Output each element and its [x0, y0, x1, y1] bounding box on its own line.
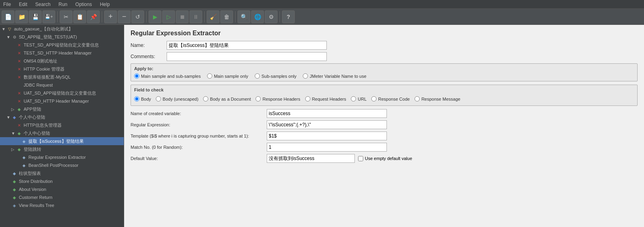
apply-jmeter-var-text: JMeter Variable Name to use: [310, 74, 366, 79]
use-empty-checkbox[interactable]: [358, 156, 363, 161]
apply-sub-only-radio[interactable]: [255, 73, 260, 79]
copy-button[interactable]: 📋: [73, 10, 86, 23]
field-response-code-text: Response Code: [378, 97, 410, 101]
name-input[interactable]: [167, 41, 327, 50]
search-button[interactable]: 🔍: [237, 10, 250, 23]
field-body-radio[interactable]: [134, 96, 139, 101]
menu-options[interactable]: Options: [74, 1, 93, 8]
menu-edit[interactable]: Edit: [17, 1, 29, 8]
play-sel-button[interactable]: ▷: [162, 10, 175, 23]
apply-sub-only-label[interactable]: Sub-samples only: [255, 73, 296, 79]
apply-to-section: Apply to: Main sample and sub-samples Ma…: [131, 63, 638, 81]
menu-search[interactable]: Search: [34, 1, 52, 8]
paste-button[interactable]: 📌: [87, 10, 100, 23]
tree-item-uat-sd-http[interactable]: ✕ UAT_SD_HTTP Header Manager: [0, 97, 124, 105]
tree-item-store-dist[interactable]: ◆ Store Distribution: [0, 177, 124, 185]
cut-button[interactable]: ✂: [60, 10, 72, 23]
clear-button[interactable]: 🗑: [220, 10, 233, 23]
help-button[interactable]: ?: [282, 10, 295, 23]
tree-item-login-redirect[interactable]: ▷ ◆ 登陆跳转: [0, 145, 124, 153]
default-value-input[interactable]: [267, 154, 355, 163]
stop-now-button[interactable]: ⏸: [189, 10, 202, 23]
use-empty-label[interactable]: Use empty default value: [358, 156, 412, 161]
tree-item-uat-sd-var[interactable]: ✕ UAT_SD_APP端登陆自定义变量信息: [0, 89, 124, 97]
regex-input[interactable]: [267, 120, 387, 129]
tree-item-http-header-mgr[interactable]: ✕ HTTP信息头管理器: [0, 121, 124, 129]
tree-item-root[interactable]: ▼ ▽ auto_gaoxue_【自动化测试】: [0, 25, 124, 33]
apply-main-only-label[interactable]: Main sample only: [207, 73, 248, 79]
tree-label-test-sd-var: TEST_SD_APP端登陆自定义变量信息: [24, 42, 99, 48]
icon-http-cookie: ✕: [16, 66, 22, 72]
apply-jmeter-var-label[interactable]: JMeter Variable Name to use: [303, 73, 366, 79]
field-check-options: Body Body (unescaped) Body as a Document…: [134, 95, 634, 103]
stop-button[interactable]: ⏹: [176, 10, 189, 23]
comments-label: Comments:: [131, 54, 167, 59]
field-request-headers-label[interactable]: Request Headers: [305, 96, 346, 101]
field-request-headers-radio[interactable]: [305, 96, 310, 101]
tree-item-reg-extractor[interactable]: ◈ Regular Expression Extractor: [0, 153, 124, 161]
new-button[interactable]: 📄: [2, 10, 14, 23]
tree-item-beanshell-post[interactable]: ◈ BeanShell PostProcessor: [0, 161, 124, 169]
field-response-code-radio[interactable]: [371, 96, 376, 101]
toolbar-sep-1: [57, 11, 58, 22]
open-button[interactable]: 📁: [15, 10, 28, 23]
menu-run[interactable]: Run: [57, 1, 69, 8]
remove-button[interactable]: −: [118, 10, 131, 23]
tree-item-db-config[interactable]: ✕ 数据库链接配置-MySQL: [0, 73, 124, 81]
tree-item-jdbc-req[interactable]: JDBC Request: [0, 81, 124, 89]
tree-item-app-login[interactable]: ▷ ◆ APP登陆: [0, 105, 124, 113]
template-input[interactable]: [267, 132, 387, 140]
field-body-unescaped-radio[interactable]: [156, 96, 161, 101]
menu-help[interactable]: Help: [98, 1, 111, 8]
field-response-headers-label[interactable]: Response Headers: [256, 96, 300, 101]
field-url-text: URL: [358, 97, 366, 101]
icon-uat-sd-http: ✕: [16, 98, 22, 104]
toolbar-sep-5: [235, 11, 235, 22]
field-response-code-label[interactable]: Response Code: [371, 96, 410, 101]
comments-input[interactable]: [167, 52, 327, 61]
content-panel: Regular Expression Extractor Name: Comme…: [124, 25, 644, 227]
field-response-headers-radio[interactable]: [256, 96, 261, 101]
clear-all-button[interactable]: 🧹: [207, 10, 219, 23]
tree-label-app-login: APP登陆: [24, 106, 41, 112]
tree-item-sd-app[interactable]: ▼ ⚙ SD_APP端_登陆_TEST(UAT): [0, 33, 124, 41]
config-button[interactable]: ⚙: [265, 10, 278, 23]
tree-item-personal-center[interactable]: ▼ ◆ 个人中心登陆: [0, 113, 124, 121]
save-as-button[interactable]: 💾+: [42, 10, 55, 23]
tree-item-about-version[interactable]: ◆ About Version: [0, 185, 124, 193]
tree-item-personal-login[interactable]: ▼ ◆ 个人中心登陆: [0, 129, 124, 137]
apply-main-only-radio[interactable]: [207, 73, 212, 79]
apply-main-sub-label[interactable]: Main sample and sub-samples: [134, 73, 201, 79]
field-body-unescaped-label[interactable]: Body (unescaped): [156, 96, 198, 101]
tree-label-reg-extractor: Regular Expression Extractor: [28, 155, 86, 160]
tree-item-extract-success[interactable]: ◈ 提取【isSuccess】登陆结果: [0, 137, 124, 145]
apply-main-sub-radio[interactable]: [134, 73, 139, 79]
remote-start-button[interactable]: 🌐: [251, 10, 264, 23]
icon-beanshell-post: ◈: [21, 162, 27, 168]
apply-jmeter-var-radio[interactable]: [303, 73, 308, 79]
field-url-label[interactable]: URL: [351, 96, 366, 101]
tree-item-histogram[interactable]: ◆ 柱状型报表: [0, 169, 124, 177]
tree-item-view-results-tree[interactable]: ◈ View Results Tree: [0, 201, 124, 209]
field-body-doc-label[interactable]: Body as a Document: [203, 96, 251, 101]
field-body-doc-radio[interactable]: [203, 96, 208, 101]
field-response-message-label[interactable]: Response Message: [415, 96, 460, 101]
tree-item-test-sd-http[interactable]: ✕ TEST_SD_HTTP Header Manager: [0, 49, 124, 57]
menu-file[interactable]: File: [2, 1, 12, 8]
undo-button[interactable]: ↺: [131, 10, 144, 23]
field-response-message-radio[interactable]: [415, 96, 420, 101]
field-body-label[interactable]: Body: [134, 96, 151, 101]
match-no-input[interactable]: [267, 143, 387, 152]
add-button[interactable]: +: [104, 10, 117, 23]
tree-item-customer-return[interactable]: ◆ Customer Return: [0, 193, 124, 201]
play-button[interactable]: ▶: [149, 10, 161, 23]
created-var-input[interactable]: [267, 109, 387, 118]
tree-item-oms-addr[interactable]: ✕ OMS4.0测试地址: [0, 57, 124, 65]
tree-item-http-cookie[interactable]: ✕ HTTP Cookie 管理器: [0, 65, 124, 73]
field-url-radio[interactable]: [351, 96, 356, 101]
icon-extract-success: ◈: [21, 138, 27, 144]
tree-item-test-sd-var[interactable]: ✕ TEST_SD_APP端登陆自定义变量信息: [0, 41, 124, 49]
apply-to-options: Main sample and sub-samples Main sample …: [134, 73, 634, 79]
use-empty-text: Use empty default value: [365, 156, 412, 161]
save-button[interactable]: 💾: [29, 10, 42, 23]
